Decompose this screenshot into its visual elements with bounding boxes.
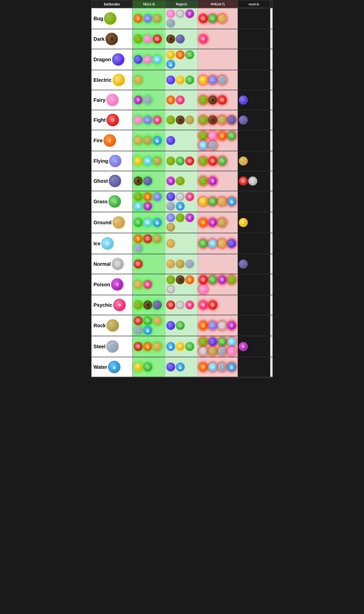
svg-marker-283 [220, 349, 224, 354]
svg-marker-204 [168, 262, 173, 266]
type-badge-poison [208, 218, 217, 227]
type-name-fairy: Fairy [92, 90, 133, 110]
im-cell-electric [238, 70, 270, 90]
type-badge-ground [218, 239, 227, 248]
nve-cell-electric [198, 70, 238, 90]
type-badge-ghost [176, 34, 185, 44]
svg-marker-294 [220, 365, 224, 369]
svg-point-68 [202, 118, 204, 120]
type-badge-steel [208, 141, 217, 150]
type-badge-bug [166, 275, 175, 284]
svg-marker-282 [211, 349, 215, 353]
svg-marker-165 [116, 221, 121, 224]
type-badge-bug [134, 300, 143, 310]
svg-point-141 [252, 180, 254, 182]
type-name-steel: Steel [92, 336, 133, 357]
type-name-bug: Bug [92, 8, 133, 29]
type-badge-rock [218, 218, 227, 227]
type-badge-bug [134, 34, 143, 44]
type-badge-fire [143, 192, 152, 201]
type-row-bug: Bug [92, 8, 272, 29]
svg-marker-255 [136, 328, 140, 332]
type-badge-grass [185, 342, 194, 351]
svg-rect-285 [242, 348, 244, 349]
type-badge-ground [239, 156, 248, 166]
nve-cell-rock [198, 315, 238, 336]
svg-marker-11 [169, 21, 173, 26]
svg-line-271 [204, 340, 206, 341]
type-badge-fire [199, 218, 208, 227]
im-cell-ghost [238, 171, 270, 191]
svg-point-58 [156, 119, 157, 120]
svg-point-226 [231, 278, 232, 280]
type-badge-bug [134, 192, 143, 201]
type-badge-normal [176, 300, 185, 310]
type-badge-flying [208, 321, 217, 330]
type-badge-fairy [134, 116, 143, 124]
type-badge-fight [218, 96, 227, 104]
type-badge-ice [208, 239, 217, 248]
type-row-ice: Ice [92, 233, 272, 254]
svg-marker-34 [170, 53, 172, 57]
svg-point-214 [170, 278, 172, 280]
svg-point-103 [170, 159, 172, 161]
type-badge-normal [176, 192, 185, 201]
type-badge-dragon [166, 362, 175, 372]
svg-line-217 [172, 278, 173, 279]
type-name-normal: Normal [92, 254, 133, 274]
svg-point-133 [202, 179, 204, 181]
svg-point-189 [146, 237, 150, 241]
im-cell-rock [238, 315, 270, 336]
type-icon-large-ice [102, 238, 113, 249]
type-badge-steel [218, 362, 227, 372]
im-cell-fight [238, 110, 270, 130]
type-icon-large-flying [110, 156, 121, 167]
type-badge-grass [185, 76, 194, 84]
svg-marker-42 [202, 78, 204, 82]
type-badge-electric [166, 50, 175, 59]
type-name-dragon: Dragon [92, 49, 133, 70]
type-row-fire: Fire [92, 130, 272, 151]
type-badge-dragon [239, 96, 248, 104]
svg-point-279 [231, 341, 232, 342]
type-badge-ice [153, 55, 162, 64]
svg-point-240 [156, 304, 157, 305]
type-badge-fight [208, 156, 217, 166]
svg-point-27 [204, 38, 204, 39]
type-badge-flying [143, 14, 152, 23]
svg-marker-79 [146, 138, 150, 142]
type-badge-steel [218, 347, 227, 356]
svg-point-262 [136, 344, 140, 349]
type-badge-bug [199, 176, 208, 186]
type-badge-water [176, 362, 185, 372]
type-badge-bug [176, 213, 185, 222]
type-row-electric: Electric [92, 70, 272, 90]
type-badge-bug [166, 156, 175, 166]
type-badge-water [176, 202, 185, 211]
svg-rect-10 [189, 15, 190, 16]
svg-marker-200 [220, 242, 224, 246]
svg-marker-286 [137, 365, 139, 369]
type-badge-dark [166, 34, 175, 44]
nve-cell-ghost [198, 171, 238, 191]
type-badge-fairy [199, 285, 208, 294]
type-badge-ice [199, 141, 208, 150]
svg-line-20 [140, 38, 140, 38]
type-badge-ground [134, 280, 143, 289]
svg-line-106 [172, 160, 173, 160]
type-badge-steel [218, 76, 227, 84]
svg-point-55 [220, 98, 224, 102]
reg-cell-electric [165, 70, 198, 90]
svg-point-199 [212, 243, 214, 244]
type-badge-psychic [143, 280, 152, 289]
type-badge-grass [208, 197, 217, 206]
type-badge-rock [208, 347, 217, 356]
im-cell-flying [238, 151, 270, 171]
svg-line-115 [204, 160, 206, 160]
im-cell-normal [238, 254, 270, 274]
nve-cell-fire [198, 130, 238, 151]
type-badge-grass [143, 362, 152, 372]
svg-point-212 [148, 284, 149, 285]
reg-cell-dragon [165, 49, 198, 70]
type-badge-poison [166, 176, 175, 186]
